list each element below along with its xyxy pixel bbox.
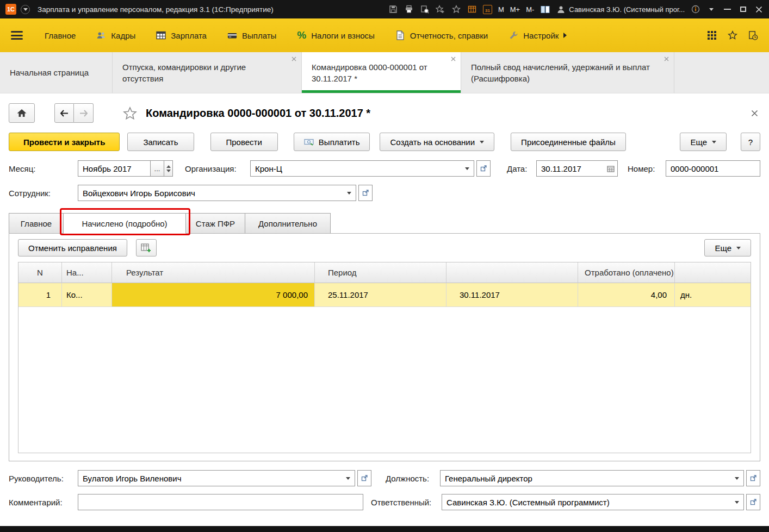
menu-item-glavnoe[interactable]: Главное xyxy=(38,27,82,45)
close-tab-icon[interactable] xyxy=(292,57,296,61)
dropdown-icon[interactable] xyxy=(461,161,474,176)
periods-table-icon[interactable] xyxy=(467,4,477,14)
home-button[interactable] xyxy=(9,103,35,123)
document-favorite-star-icon[interactable] xyxy=(123,107,137,120)
month-spinner[interactable] xyxy=(164,160,173,177)
chevron-down-icon xyxy=(736,247,741,249)
hamburger-menu-icon[interactable] xyxy=(11,31,23,40)
month-input[interactable]: Ноябрь 2017 xyxy=(78,160,151,177)
cell-result[interactable]: 7 000,00 xyxy=(112,283,315,307)
close-tab-icon[interactable] xyxy=(664,57,669,61)
dropdown-icon[interactable] xyxy=(730,495,743,510)
column-header-period[interactable]: Период xyxy=(315,262,446,283)
column-header-period-end[interactable] xyxy=(446,262,578,283)
menu-item-zarplata[interactable]: Зарплата xyxy=(150,26,213,45)
menu-item-vyplaty[interactable]: Выплаты xyxy=(221,26,283,45)
grid-more-button[interactable]: Еще xyxy=(704,239,751,256)
dropdown-icon[interactable] xyxy=(343,185,356,201)
cell-row-number[interactable]: 1 xyxy=(18,283,62,307)
column-header-unit[interactable] xyxy=(675,262,751,283)
month-choose-button[interactable]: ... xyxy=(150,160,164,177)
form-tab-glavnoe[interactable]: Главное xyxy=(9,213,64,234)
menu-item-nastroyki[interactable]: Настройк xyxy=(502,26,573,45)
comment-input[interactable] xyxy=(78,494,363,510)
cell-accrual[interactable]: Ко... xyxy=(62,283,112,307)
column-header-result[interactable]: Результат xyxy=(112,262,315,283)
tab-home-page[interactable]: Начальная страница xyxy=(0,52,113,93)
pay-button[interactable]: Выплатить xyxy=(294,133,370,151)
close-document-icon[interactable] xyxy=(749,108,760,119)
undo-corrections-button[interactable]: Отменить исправления xyxy=(18,239,127,256)
attached-files-button[interactable]: Присоединенные файлы xyxy=(511,133,626,151)
tab-absences[interactable]: Отпуска, командировки и другие отсутстви… xyxy=(113,52,302,93)
number-input[interactable]: 0000-000001 xyxy=(666,160,760,177)
responsible-input[interactable]: Савинская З.Ю. (Системный программист) xyxy=(442,494,744,510)
save-icon[interactable] xyxy=(388,4,398,14)
position-input[interactable]: Генеральный директор xyxy=(440,470,744,486)
app-logo-icon[interactable]: 1С xyxy=(5,4,16,15)
favorites-icon[interactable] xyxy=(451,4,461,14)
print-preview-icon[interactable] xyxy=(420,4,430,14)
date-input[interactable]: 30.11.2017 xyxy=(536,160,618,177)
manager-label: Руководитель: xyxy=(9,474,78,483)
menu-item-kadry[interactable]: Кадры xyxy=(90,26,142,45)
create-on-basis-button[interactable]: Создать на основании xyxy=(380,133,494,151)
help-button[interactable]: ? xyxy=(741,133,760,151)
form-tab-dopolnitelno[interactable]: Дополнительно xyxy=(245,213,331,234)
month-label: Месяц: xyxy=(9,164,78,173)
table-row[interactable]: 1 Ко... 7 000,00 25.11.2017 30.11.2017 4… xyxy=(18,283,751,307)
history-nav-group xyxy=(54,103,94,123)
back-button[interactable] xyxy=(54,103,74,123)
column-header-n[interactable]: N xyxy=(18,262,62,283)
minimize-button[interactable] xyxy=(722,4,732,14)
column-header-accrual[interactable]: На... xyxy=(62,262,112,283)
dropdown-icon[interactable] xyxy=(730,471,743,486)
print-icon[interactable] xyxy=(404,4,414,14)
more-button[interactable]: Еще xyxy=(680,133,727,151)
recalculate-grid-button[interactable] xyxy=(136,239,157,256)
maximize-button[interactable] xyxy=(738,4,748,14)
post-button[interactable]: Провести xyxy=(210,133,278,151)
cell-worked[interactable]: 4,00 xyxy=(578,283,675,307)
calendar-icon[interactable]: 31 xyxy=(483,5,492,14)
tab-business-trip[interactable]: Командировка 0000-000001 от 30.11.2017 * xyxy=(302,52,461,93)
titlebar-dropdown-icon[interactable] xyxy=(706,4,716,14)
tab-full-summary[interactable]: Полный свод начислений, удержаний и выпл… xyxy=(461,52,674,93)
form-tab-nachisleno[interactable]: Начислено (подробно) xyxy=(63,213,186,234)
user-name: Савинская З.Ю. (Системный прог... xyxy=(569,5,685,14)
organization-input[interactable]: Крон-Ц xyxy=(250,160,474,177)
memory-m-plus-button[interactable]: M+ xyxy=(510,5,520,14)
memory-m-button[interactable]: M xyxy=(498,5,504,14)
info-icon[interactable] xyxy=(691,4,700,14)
favorites-star-icon[interactable] xyxy=(728,30,737,40)
menu-item-otchetnost[interactable]: Отчетность, справки xyxy=(389,26,494,45)
close-tab-icon[interactable] xyxy=(451,57,456,61)
history-icon[interactable] xyxy=(748,30,758,40)
system-menu-dropdown-icon[interactable] xyxy=(21,5,30,14)
cell-unit[interactable]: дн. xyxy=(675,283,751,307)
position-label: Должность: xyxy=(386,474,436,483)
organization-open-button[interactable] xyxy=(476,160,491,177)
manager-open-button[interactable] xyxy=(357,470,371,486)
position-open-button[interactable] xyxy=(746,470,760,486)
calendar-picker-icon[interactable] xyxy=(604,161,617,176)
manager-input[interactable]: Булатов Игорь Виленович xyxy=(78,470,355,486)
close-window-button[interactable] xyxy=(754,4,764,14)
dropdown-icon[interactable] xyxy=(342,471,355,486)
menu-item-nalogi[interactable]: % Налоги и взносы xyxy=(290,25,381,46)
employee-open-button[interactable] xyxy=(358,185,373,201)
write-button[interactable]: Записать xyxy=(127,133,194,151)
current-user[interactable]: Савинская З.Ю. (Системный прог... xyxy=(556,4,685,14)
employee-input[interactable]: Войцехович Игорь Борисович xyxy=(78,185,356,201)
add-favorite-icon[interactable] xyxy=(436,4,445,14)
form-tab-stazh-pfr[interactable]: Стаж ПФР xyxy=(185,213,245,234)
cell-period-start[interactable]: 25.11.2017 xyxy=(315,283,446,307)
forward-button[interactable] xyxy=(74,103,94,123)
responsible-open-button[interactable] xyxy=(746,494,760,510)
split-window-icon[interactable] xyxy=(540,4,550,14)
post-and-close-button[interactable]: Провести и закрыть xyxy=(9,133,120,151)
cell-period-end[interactable]: 30.11.2017 xyxy=(446,283,578,307)
memory-m-minus-button[interactable]: M- xyxy=(526,5,534,14)
all-functions-grid-icon[interactable] xyxy=(707,30,717,40)
column-header-worked[interactable]: Отработано (оплачено) xyxy=(578,262,675,283)
